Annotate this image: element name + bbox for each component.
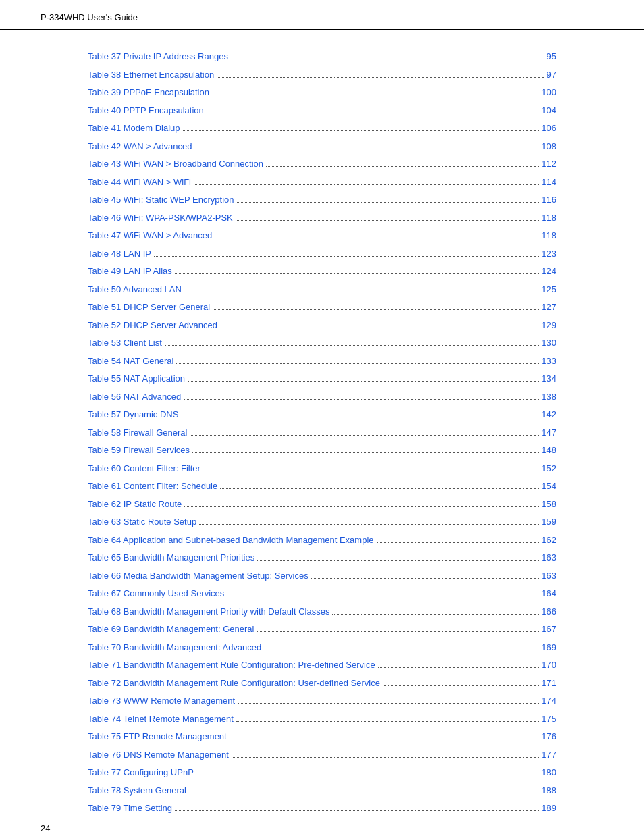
toc-link[interactable]: Table 53 Client List — [88, 336, 162, 350]
toc-link[interactable]: Table 77 Configuring UPnP — [88, 766, 194, 779]
list-item: Table 59 Firewall Services148 — [88, 444, 556, 457]
list-item: Table 77 Configuring UPnP180 — [88, 766, 556, 779]
page-container: P-334WHD User's Guide Table 37 Private I… — [0, 0, 644, 834]
toc-link[interactable]: Table 71 Bandwidth Management Rule Confi… — [88, 658, 375, 672]
toc-page-number: 169 — [541, 641, 556, 654]
toc-link[interactable]: Table 47 WiFi WAN > Advanced — [88, 229, 212, 242]
toc-dots — [212, 95, 539, 95]
list-item: Table 60 Content Filter: Filter152 — [88, 462, 556, 475]
toc-page-number: 106 — [541, 122, 556, 135]
toc-link[interactable]: Table 68 Bandwidth Management Priority w… — [88, 605, 329, 619]
toc-link[interactable]: Table 62 IP Static Route — [88, 498, 182, 511]
toc-page-number: 188 — [541, 784, 556, 798]
toc-page-number: 112 — [541, 157, 556, 171]
list-item: Table 78 System General188 — [88, 784, 556, 798]
toc-link[interactable]: Table 69 Bandwidth Management: General — [88, 623, 254, 636]
toc-link[interactable]: Table 55 NAT Application — [88, 372, 185, 386]
toc-dots — [181, 417, 539, 417]
toc-page-number: 189 — [541, 802, 556, 815]
toc-link[interactable]: Table 57 Dynamic DNS — [88, 408, 178, 421]
list-item: Table 52 DHCP Server Advanced129 — [88, 319, 556, 332]
toc-page-number: 127 — [541, 301, 556, 314]
toc-link[interactable]: Table 76 DNS Remote Management — [88, 748, 229, 762]
toc-link[interactable]: Table 75 FTP Remote Management — [88, 730, 227, 744]
toc-link[interactable]: Table 64 Application and Subnet-based Ba… — [88, 533, 374, 547]
toc-link[interactable]: Table 50 Advanced LAN — [88, 283, 182, 296]
toc-link[interactable]: Table 45 WiFi: Static WEP Encryption — [88, 193, 234, 207]
toc-page-number: 158 — [541, 498, 556, 511]
list-item: Table 45 WiFi: Static WEP Encryption116 — [88, 193, 556, 207]
toc-dots — [220, 328, 539, 328]
toc-page-number: 175 — [541, 712, 556, 726]
page-number: 24 — [41, 823, 50, 833]
toc-link[interactable]: Table 67 Commonly Used Services — [88, 587, 224, 600]
toc-link[interactable]: Table 48 LAN IP — [88, 247, 151, 261]
toc-dots — [190, 435, 539, 436]
list-item: Table 61 Content Filter: Schedule154 — [88, 479, 556, 493]
toc-page-number: 104 — [541, 104, 556, 118]
toc-link[interactable]: Table 59 Firewall Services — [88, 444, 190, 457]
list-item: Table 69 Bandwidth Management: General16… — [88, 623, 556, 636]
list-item: Table 57 Dynamic DNS142 — [88, 408, 556, 421]
toc-page-number: 164 — [541, 587, 556, 600]
list-item: Table 63 Static Route Setup159 — [88, 515, 556, 529]
list-item: Table 58 Firewall General147 — [88, 426, 556, 440]
toc-dots — [227, 596, 539, 596]
toc-link[interactable]: Table 79 Time Setting — [88, 802, 172, 815]
toc-page-number: 130 — [541, 336, 556, 350]
toc-link[interactable]: Table 60 Content Filter: Filter — [88, 462, 200, 475]
toc-link[interactable]: Table 37 Private IP Address Ranges — [88, 50, 228, 63]
toc-link[interactable]: Table 74 Telnet Remote Management — [88, 712, 234, 726]
toc-dots — [383, 685, 539, 686]
toc-dots — [176, 363, 539, 364]
toc-dots — [217, 77, 543, 78]
toc-link[interactable]: Table 39 PPPoE Encapsulation — [88, 86, 209, 99]
toc-link[interactable]: Table 78 System General — [88, 784, 186, 798]
toc-page-number: 138 — [541, 390, 556, 404]
toc-dots — [311, 578, 539, 579]
list-item: Table 53 Client List130 — [88, 336, 556, 350]
toc-link[interactable]: Table 43 WiFi WAN > Broadband Connection — [88, 157, 263, 171]
toc-link[interactable]: Table 41 Modem Dialup — [88, 122, 180, 135]
toc-link[interactable]: Table 52 DHCP Server Advanced — [88, 319, 217, 332]
toc-page-number: 176 — [541, 730, 556, 744]
list-item: Table 48 LAN IP123 — [88, 247, 556, 261]
toc-link[interactable]: Table 40 PPTP Encapsulation — [88, 104, 204, 118]
toc-page-number: 108 — [541, 140, 556, 153]
list-item: Table 40 PPTP Encapsulation104 — [88, 104, 556, 118]
toc-link[interactable]: Table 49 LAN IP Alias — [88, 265, 172, 278]
toc-dots — [215, 238, 539, 238]
toc-link[interactable]: Table 66 Media Bandwidth Management Setu… — [88, 569, 308, 583]
toc-link[interactable]: Table 63 Static Route Setup — [88, 515, 196, 529]
list-item: Table 56 NAT Advanced138 — [88, 390, 556, 404]
list-item: Table 50 Advanced LAN125 — [88, 283, 556, 296]
toc-dots — [199, 524, 539, 525]
toc-link[interactable]: Table 72 Bandwidth Management Rule Confi… — [88, 677, 380, 690]
toc-link[interactable]: Table 56 NAT Advanced — [88, 390, 181, 404]
toc-dots — [195, 149, 539, 149]
toc-dots — [184, 506, 539, 507]
toc-dots — [188, 381, 539, 382]
toc-page-number: 95 — [547, 50, 556, 63]
toc-dots — [231, 59, 544, 59]
toc-content: Table 37 Private IP Address Ranges95Tabl… — [0, 30, 644, 834]
toc-link[interactable]: Table 65 Bandwidth Management Priorities — [88, 551, 254, 565]
toc-link[interactable]: Table 73 WWW Remote Management — [88, 694, 235, 708]
toc-link[interactable]: Table 54 NAT General — [88, 355, 173, 368]
toc-link[interactable]: Table 46 WiFi: WPA-PSK/WPA2-PSK — [88, 211, 233, 225]
toc-page-number: 148 — [541, 444, 556, 457]
list-item: Table 41 Modem Dialup106 — [88, 122, 556, 135]
toc-dots — [184, 399, 539, 400]
toc-link[interactable]: Table 61 Content Filter: Schedule — [88, 479, 217, 493]
toc-link[interactable]: Table 70 Bandwidth Management: Advanced — [88, 641, 261, 654]
toc-link[interactable]: Table 58 Firewall General — [88, 426, 187, 440]
toc-page-number: 142 — [541, 408, 556, 421]
toc-link[interactable]: Table 38 Ethernet Encapsulation — [88, 68, 214, 82]
list-item: Table 66 Media Bandwidth Management Setu… — [88, 569, 556, 583]
toc-link[interactable]: Table 51 DHCP Server General — [88, 301, 210, 314]
toc-link[interactable]: Table 44 WiFi WAN > WiFi — [88, 176, 191, 189]
list-item: Table 37 Private IP Address Ranges95 — [88, 50, 556, 63]
toc-link[interactable]: Table 42 WAN > Advanced — [88, 140, 192, 153]
toc-dots — [194, 184, 539, 185]
list-item: Table 39 PPPoE Encapsulation100 — [88, 86, 556, 99]
